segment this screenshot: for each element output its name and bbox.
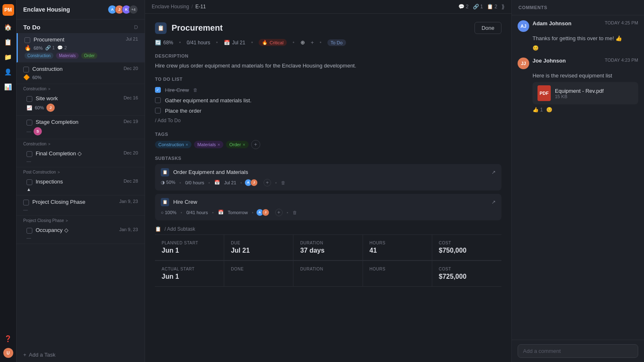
task-item-stage-completion[interactable]: Stage Completion Dec 19 — S	[17, 116, 145, 139]
task-title-row: 📋 Procurement Done	[155, 22, 501, 34]
task-hours-status: 0/41 hours	[187, 40, 211, 46]
task-item-procurement[interactable]: Procurement Jul 21 🔥 68% 🔗 1 💬 2 Constru…	[17, 33, 145, 63]
progress-circle-icon: 🔄	[155, 40, 161, 46]
subtask-external-link-1[interactable]: ↗	[491, 169, 496, 175]
subtask-hours-2: 0/41 hours	[186, 210, 208, 215]
comment-top-adam: AJ Adam Johnson TODAY 4:25 PM	[518, 20, 638, 32]
nav-help[interactable]: ❓	[2, 333, 14, 345]
todo-check-hire-crew[interactable]: ✓	[155, 87, 161, 93]
assignee-icon[interactable]: ⊕	[300, 39, 305, 46]
nav-files[interactable]: 📁	[2, 51, 14, 63]
emoji-reaction-adam[interactable]: 😊	[533, 45, 539, 51]
stat-value-cost: $750,000	[439, 247, 495, 254]
add-task-button[interactable]: + Add a Task	[17, 348, 145, 362]
link-count: 1	[480, 4, 483, 10]
comments-header-label: COMMENTS	[518, 5, 547, 10]
stat-value-hours: 41	[370, 247, 425, 254]
subtask-delete-1[interactable]: 🗑	[281, 180, 286, 185]
subtask-add-assignee-2[interactable]: +	[275, 209, 283, 216]
subtask-icon-1: 📋	[161, 168, 169, 176]
stat-done: DONE	[224, 261, 293, 286]
tag-materials-name: Materials	[197, 142, 216, 147]
group-label-post-construction: Post Construction >	[17, 167, 145, 175]
thumbs-up-reaction[interactable]: 👍 1	[533, 107, 543, 113]
nav-reports[interactable]: 📊	[2, 81, 14, 93]
task-description: Hire crew plus order equipment and mater…	[155, 62, 501, 70]
task-item-inspections[interactable]: Inspections Dec 28 ▲	[17, 175, 145, 195]
final-progress-bar: —	[27, 159, 31, 164]
add-icon[interactable]: +	[311, 39, 314, 46]
comment-input-area	[512, 340, 644, 362]
tag-materials-remove[interactable]: ×	[218, 142, 220, 147]
add-tag-button[interactable]: +	[251, 140, 260, 149]
comment-item-joe: JJ Joe Johnson TODAY 4:23 PM Here is the…	[518, 58, 638, 113]
task-type-icon: 📋	[155, 22, 167, 34]
task-checkbox-construction[interactable]	[23, 67, 29, 72]
task-checkbox-occupancy[interactable]	[27, 228, 32, 234]
status-badge[interactable]: To Do	[327, 39, 346, 46]
comment-author-adam: Adam Johnson	[533, 20, 601, 27]
comment-input[interactable]	[518, 344, 638, 358]
priority-badge[interactable]: 🔥 Critical	[259, 39, 287, 46]
comment-count-icon[interactable]: 💬 2	[458, 4, 469, 10]
add-todo-button[interactable]: / Add To Do	[155, 116, 501, 125]
subtask-add-assignee-1[interactable]: +	[264, 179, 271, 186]
todo-check-order[interactable]	[155, 108, 161, 113]
attachment-count-icon[interactable]: 📋 2	[487, 4, 497, 10]
section-options[interactable]: D	[134, 24, 138, 30]
task-item-sitework[interactable]: Site work Dec 16 📈 60% J	[17, 92, 145, 116]
stats-grid-bottom: ACTUAL START Jun 1 DONE DURATION HOURS C…	[155, 261, 501, 287]
task-checkbox-procurement[interactable]	[24, 37, 30, 43]
task-item-construction[interactable]: Construction Dec 20 🔶 60%	[17, 63, 145, 84]
subtask-name-2: Hire Crew	[173, 199, 487, 205]
emoji-reaction-joe[interactable]: 😊	[546, 107, 552, 113]
comment-file-attachment[interactable]: PDF Equipment - Rev.pdf 15 KB	[533, 82, 638, 104]
todo-text-gather: Gather equipment and materials list.	[165, 97, 252, 104]
comments-header: COMMENTS	[512, 0, 644, 15]
add-subtask-button[interactable]: 📋 / Add Subtask	[155, 224, 501, 234]
task-pct-procurement: 68%	[34, 46, 43, 51]
task-checkbox-final-completion[interactable]	[27, 151, 32, 157]
link-count-icon[interactable]: 🔗 1	[473, 4, 483, 10]
subtask-delete-2[interactable]: 🗑	[293, 210, 297, 215]
done-button[interactable]: Done	[475, 22, 501, 34]
task-checkbox-stage-completion[interactable]	[27, 120, 32, 125]
todo-item-hire-crew: ✓ Hire Crew 🗑	[155, 85, 501, 95]
tags-row: Construction × Materials × Order × +	[155, 140, 501, 149]
tag-construction-remove[interactable]: ×	[186, 142, 188, 147]
stage-progress-bar: —	[27, 129, 31, 134]
nav-home[interactable]: 🏠	[2, 22, 14, 33]
subtask-external-link-2[interactable]: ↗	[491, 199, 496, 205]
nav-users[interactable]: 👤	[2, 66, 14, 78]
task-checkbox-project-closing[interactable]	[23, 200, 29, 205]
task-date-project-closing: Jan 9, 23	[119, 199, 138, 204]
tag-construction-name: Construction	[158, 142, 184, 147]
task-item-final-completion[interactable]: Final Completion ◇ Dec 20 —	[17, 147, 145, 167]
group-label-text: Construction	[23, 87, 46, 91]
user-avatar[interactable]: U	[3, 348, 13, 358]
stat-planned-start: PLANNED START Jun 1	[155, 235, 224, 260]
task-status-bar: 🔄 68% • 0/41 hours • 📅 Jul 21 • 🔥 Critic…	[155, 39, 501, 46]
task-item-occupancy[interactable]: Occupancy ◇ Jan 9, 23 —	[17, 224, 145, 244]
stat-value-due: Jul 21	[231, 247, 286, 254]
nav-tasks[interactable]: 📋	[2, 36, 14, 48]
stat-label-cost: COST	[439, 241, 495, 245]
task-name-occupancy: Occupancy ◇	[36, 227, 116, 233]
group-label-text-2: Construction	[23, 142, 46, 146]
task-due-date: Jul 21	[232, 40, 245, 46]
task-item-project-closing[interactable]: Project Closing Phase Jan 9, 23 —	[17, 195, 145, 216]
todo-check-gather[interactable]	[155, 97, 161, 103]
inspections-icon: ▲	[27, 187, 31, 192]
add-task-label: Add a Task	[29, 352, 56, 358]
todo-delete-hire-crew[interactable]: 🗑	[193, 87, 198, 92]
tag-order-name: Order	[229, 142, 241, 147]
stage-avatar: S	[34, 127, 42, 135]
calendar-icon-1: 📅	[214, 180, 220, 185]
tag-order-remove[interactable]: ×	[242, 142, 245, 147]
breadcrumb-project[interactable]: Enclave Housing	[152, 4, 189, 10]
subtask-avatars-2: A J	[258, 209, 269, 216]
task-checkbox-inspections[interactable]	[27, 179, 32, 185]
task-name-sitework: Site work	[36, 95, 120, 101]
task-checkbox-sitework[interactable]	[27, 96, 32, 102]
collapse-panel-icon[interactable]: ⟫	[501, 3, 505, 10]
